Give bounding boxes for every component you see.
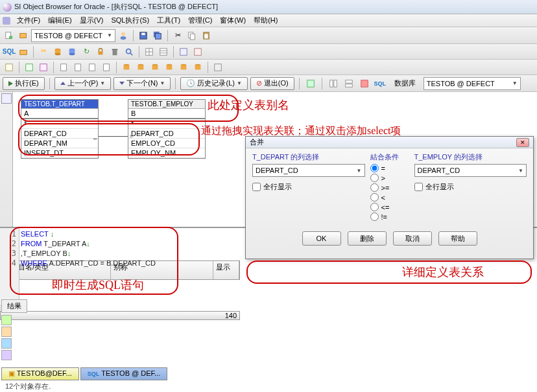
layout3-icon[interactable] bbox=[358, 77, 371, 90]
layout2-icon[interactable] bbox=[342, 77, 355, 90]
paste-icon[interactable] bbox=[200, 29, 213, 42]
op-lt[interactable]: < bbox=[370, 193, 409, 202]
cut-icon[interactable]: ✂ bbox=[171, 29, 184, 42]
menu-sqlexec[interactable]: SQL执行(S) bbox=[107, 16, 153, 25]
refresh-icon[interactable]: ↻ bbox=[80, 45, 93, 58]
users-icon[interactable] bbox=[37, 45, 50, 58]
svg-rect-2 bbox=[20, 33, 27, 38]
connection-combo[interactable]: TESTOB @ DEFECT ▼ bbox=[31, 29, 115, 42]
grid2-icon[interactable] bbox=[157, 45, 170, 58]
query2-icon[interactable] bbox=[191, 45, 204, 58]
checkbox[interactable] bbox=[252, 183, 261, 191]
table-col[interactable]: INSERT_DT bbox=[21, 148, 98, 158]
menu-edit[interactable]: 编辑(E) bbox=[44, 16, 76, 25]
edit-icon[interactable] bbox=[1, 315, 12, 325]
lock-icon[interactable] bbox=[94, 45, 107, 58]
op-gte[interactable]: >= bbox=[370, 183, 409, 192]
tool-icon[interactable] bbox=[1, 327, 12, 337]
next-button[interactable]: 下一个(N)▼ bbox=[113, 77, 171, 90]
join-connector[interactable]: ⎯ = bbox=[99, 136, 128, 137]
table-col[interactable]: * bbox=[128, 119, 205, 129]
trash-icon[interactable] bbox=[108, 45, 121, 58]
op-ne[interactable]: != bbox=[370, 213, 409, 221]
copy-icon[interactable] bbox=[185, 29, 198, 42]
doc1-icon[interactable] bbox=[57, 61, 70, 74]
table-alias[interactable]: B bbox=[128, 108, 205, 118]
db3-icon[interactable] bbox=[149, 61, 161, 74]
db-gold-icon[interactable] bbox=[51, 45, 64, 58]
menu-view[interactable]: 显示(V) bbox=[76, 16, 108, 25]
help-button[interactable]: 帮助 bbox=[438, 231, 477, 246]
svg-rect-45 bbox=[138, 65, 144, 69]
op-gt[interactable]: > bbox=[370, 174, 409, 182]
doc4-icon[interactable] bbox=[100, 61, 113, 74]
save-icon[interactable] bbox=[137, 29, 150, 42]
table-alias[interactable]: A bbox=[21, 108, 98, 118]
doc3-icon[interactable] bbox=[86, 61, 99, 74]
obj-icon[interactable] bbox=[3, 61, 16, 74]
gutter-sql-icon[interactable] bbox=[1, 93, 12, 104]
menu-file[interactable]: 文件(F) bbox=[13, 16, 44, 25]
right-column-combo[interactable]: DEPART_CD▼ bbox=[414, 164, 527, 177]
db-button[interactable]: 数据库 bbox=[389, 77, 421, 90]
doc2-icon[interactable] bbox=[71, 61, 84, 74]
db2-icon[interactable] bbox=[134, 61, 147, 74]
query-icon[interactable] bbox=[177, 45, 190, 58]
table-col[interactable]: EMPLOY_NM bbox=[128, 148, 205, 158]
cancel-button[interactable]: 取消 bbox=[393, 231, 432, 246]
exec-connection-combo[interactable]: TESTOB @ DEFECT ▼ bbox=[424, 77, 521, 90]
user-icon[interactable] bbox=[117, 29, 130, 42]
checkbox[interactable] bbox=[414, 183, 423, 191]
folder-icon[interactable] bbox=[17, 45, 30, 58]
menu-manage[interactable]: 管理(C) bbox=[184, 16, 216, 25]
tool3-icon[interactable] bbox=[1, 350, 12, 360]
table-col[interactable]: EMPLOY_CD bbox=[128, 139, 205, 148]
layout1-icon[interactable] bbox=[327, 77, 340, 90]
result-tab[interactable]: 结果 bbox=[1, 299, 27, 313]
dialog-titlebar[interactable]: 合并 ✕ bbox=[246, 137, 533, 148]
status-tab-1[interactable]: ▣ TESTOB@DEF... bbox=[1, 367, 79, 380]
menu-window[interactable]: 窗体(W) bbox=[216, 16, 250, 25]
delete-button[interactable]: 删除 bbox=[348, 231, 387, 246]
menu-tools[interactable]: 工具(T) bbox=[153, 16, 184, 25]
obj2-icon[interactable] bbox=[23, 61, 36, 74]
op-eq[interactable]: = bbox=[370, 164, 409, 172]
left-showall-check[interactable]: 全行显示 bbox=[252, 182, 365, 192]
exec-connection-value: TESTOB @ DEFECT bbox=[427, 80, 495, 87]
tool2-icon[interactable] bbox=[1, 338, 12, 349]
sql-icon[interactable]: SQL bbox=[3, 45, 16, 58]
db4-icon[interactable] bbox=[163, 61, 176, 74]
db-blue-icon[interactable] bbox=[66, 45, 78, 58]
left-column-combo[interactable]: DEPART_CD▼ bbox=[252, 164, 365, 177]
grid-icon[interactable] bbox=[143, 45, 156, 58]
db1-icon[interactable] bbox=[120, 61, 133, 74]
run-button[interactable]: 执行(E) bbox=[3, 77, 45, 90]
table-employ[interactable]: TESTOB.T_EMPLOY B * DEPART_CD EMPLOY_CD … bbox=[128, 99, 206, 159]
sql-small-icon[interactable]: SQL bbox=[374, 77, 387, 90]
table-col[interactable]: DEPART_CD bbox=[128, 129, 205, 139]
sql-text[interactable]: SELECT ↓ FROM T_DEPART A↓ ,T_EMPLOY B↓ W… bbox=[21, 229, 156, 268]
op-lte[interactable]: <= bbox=[370, 203, 409, 211]
table-col[interactable]: * bbox=[21, 119, 98, 129]
table-col[interactable]: DEPART_NM bbox=[21, 139, 98, 148]
table-col[interactable]: DEPART_CD bbox=[21, 129, 98, 139]
prev-button[interactable]: 上一个(P)▼ bbox=[54, 77, 112, 90]
ok-button[interactable]: OK bbox=[302, 231, 341, 246]
close-button[interactable]: ✕ bbox=[516, 138, 529, 147]
open-icon[interactable] bbox=[17, 29, 30, 42]
design-pane[interactable]: TESTOB.T_DEPART A * DEPART_CD DEPART_NM … bbox=[14, 96, 241, 245]
history-button[interactable]: 🕓历史记录(L)▼ bbox=[180, 77, 247, 90]
new-script-icon[interactable] bbox=[3, 29, 16, 42]
logout-button[interactable]: ⊘退出(O) bbox=[250, 77, 294, 90]
right-showall-check[interactable]: 全行显示 bbox=[414, 182, 527, 192]
table-depart[interactable]: TESTOB.T_DEPART A * DEPART_CD DEPART_NM … bbox=[21, 99, 99, 159]
status-tab-2[interactable]: SQL TESTOB @ DEF... bbox=[80, 367, 167, 380]
misc-icon[interactable] bbox=[211, 61, 224, 74]
menu-help[interactable]: 帮助(H) bbox=[250, 16, 281, 25]
saveall-icon[interactable] bbox=[151, 29, 164, 42]
db6-icon[interactable] bbox=[191, 61, 204, 74]
db5-icon[interactable] bbox=[177, 61, 190, 74]
tool-a-icon[interactable] bbox=[304, 77, 317, 90]
search-icon[interactable] bbox=[123, 45, 136, 58]
obj3-icon[interactable] bbox=[37, 61, 50, 74]
